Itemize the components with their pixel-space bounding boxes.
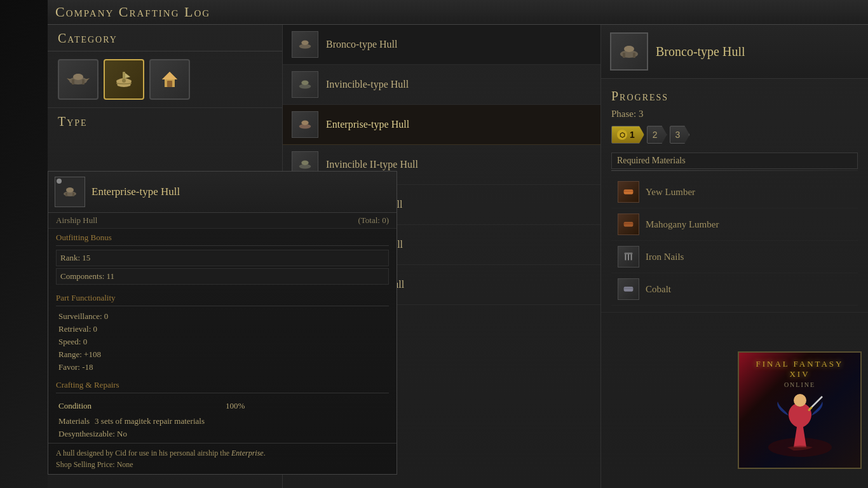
condition-value: 100% <box>223 400 389 412</box>
stat-speed: Speed: 0 <box>56 336 389 348</box>
iron-nails-icon <box>618 246 639 268</box>
svg-rect-27 <box>623 53 625 58</box>
content-area: Category <box>48 25 868 488</box>
promo-subtitle: ONLINE <box>784 381 815 388</box>
svg-rect-9 <box>65 193 67 196</box>
svg-rect-6 <box>167 81 172 87</box>
part-functionality-title: Part Functionality <box>56 293 389 303</box>
stat-surveillance: Surveillance: 0 <box>56 310 389 323</box>
phase-3-button[interactable]: 3 <box>670 126 690 144</box>
crafting-grid: Condition 100% <box>56 397 389 415</box>
stat-range: Range: +108 <box>56 348 389 361</box>
selected-item-name: Bronco-type Hull <box>656 44 745 59</box>
hull-item-enterprise[interactable]: Enterprise-type Hull <box>283 105 600 145</box>
svg-point-12 <box>301 40 308 44</box>
hull-icon-invincible <box>292 71 318 98</box>
outfitting-title: Outfitting Bonus <box>56 233 389 243</box>
required-materials-title: Required Materials <box>611 152 858 169</box>
yew-lumber-name: Yew Lumber <box>646 187 695 198</box>
category-airship-button[interactable] <box>58 59 98 100</box>
phase-buttons: ⬡ 1 2 3 <box>611 126 858 144</box>
svg-rect-2 <box>72 79 74 85</box>
type-header: Type <box>48 108 282 134</box>
hull-icon-bronco <box>292 31 318 58</box>
window-title: Company Crafting Log <box>48 0 868 25</box>
hull-icon-enterprise <box>292 111 318 138</box>
category-house-button[interactable] <box>149 59 190 100</box>
hull-item-invincible[interactable]: Invincible-type Hull <box>283 65 600 105</box>
outfitting-section: Outfitting Bonus Rank: 15 Components: 11 <box>48 229 397 289</box>
progress-title: Progress <box>611 89 858 104</box>
hull-name-invincible2: Invincible II-type Hull <box>326 159 418 170</box>
svg-rect-10 <box>72 193 74 196</box>
stat-favor: Favor: -18 <box>56 361 389 374</box>
svg-point-5 <box>122 79 126 83</box>
mahogany-lumber-name: Mahogany Lumber <box>646 219 719 230</box>
yew-lumber-icon <box>618 181 639 203</box>
svg-rect-32 <box>624 223 634 224</box>
materials-divider <box>611 170 858 171</box>
main-container: Company Crafting Log Category <box>48 0 868 488</box>
svg-point-8 <box>66 187 74 193</box>
material-mahogany-lumber: Mahogany Lumber <box>611 208 858 241</box>
svg-rect-3 <box>82 79 85 85</box>
promo-inner: FINAL FANTASY XIV ONLINE <box>739 353 860 468</box>
item-detail-header: Enterprise-type Hull <box>48 172 397 213</box>
svg-point-26 <box>624 46 634 52</box>
phase-2-label: 2 <box>653 130 658 140</box>
svg-point-1 <box>73 74 83 80</box>
selected-item-icon <box>610 32 648 71</box>
hull-name-bronco: Bronco-type Hull <box>326 39 397 50</box>
phase-2-button[interactable]: 2 <box>647 126 667 144</box>
materials-value: 3 sets of magitek repair materials <box>95 416 205 426</box>
item-total: (Total: 0) <box>358 215 389 226</box>
category-ship-button[interactable] <box>104 59 144 100</box>
cobalt-name: Cobalt <box>646 284 671 295</box>
crafting-title: Crafting & Repairs <box>56 380 389 390</box>
progress-section: Progress Phase: 3 ⬡ 1 2 3 Required Mater… <box>601 79 868 313</box>
phase-3-label: 3 <box>675 130 681 140</box>
part-functionality-section: Part Functionality Surveillance: 0 Retri… <box>48 289 397 376</box>
category-header: Category <box>48 25 282 51</box>
material-iron-nails: Iron Nails <box>611 241 858 273</box>
item-description: A hull designed by Cid for use in his pe… <box>48 443 397 474</box>
condition-label: Condition <box>56 400 222 412</box>
selected-item-header: Bronco-type Hull <box>601 25 868 79</box>
rank-row: Rank: 15 <box>56 250 389 266</box>
desynthesizable: Desynthesizable: No <box>56 428 389 440</box>
hull-name-enterprise: Enterprise-type Hull <box>326 119 409 130</box>
components-row: Components: 11 <box>56 268 389 285</box>
phase-1-icon: ⬡ <box>617 130 627 140</box>
svg-rect-38 <box>624 288 634 289</box>
mahogany-lumber-icon <box>618 214 639 235</box>
materials-label: Materials <box>58 416 90 426</box>
iron-nails-name: Iron Nails <box>646 252 684 262</box>
phase-1-button[interactable]: ⬡ 1 <box>611 126 644 144</box>
crafting-section: Crafting & Repairs Condition 100% Materi… <box>48 376 397 443</box>
item-detail-name-area: Enterprise-type Hull <box>92 186 180 198</box>
left-panel: Category <box>48 25 283 488</box>
shop-price: Shop Selling Price: None <box>56 460 133 469</box>
svg-point-16 <box>301 120 308 125</box>
svg-point-40 <box>794 394 806 407</box>
item-icon <box>55 177 85 207</box>
phase-1-label: 1 <box>630 130 635 140</box>
hull-item-bronco[interactable]: Bronco-type Hull <box>283 25 600 65</box>
category-icons <box>48 51 282 108</box>
stat-retrieval: Retrieval: 0 <box>56 323 389 336</box>
svg-point-18 <box>301 160 308 165</box>
item-detail-panel: Enterprise-type Hull Airship Hull (Total… <box>48 171 397 475</box>
material-cobalt: Cobalt <box>611 273 858 306</box>
svg-rect-28 <box>633 53 635 58</box>
material-yew-lumber: Yew Lumber <box>611 176 858 208</box>
item-subtitle: Airship Hull <box>56 215 97 226</box>
svg-rect-36 <box>625 253 633 255</box>
promo-title: FINAL FANTASY XIV <box>745 359 854 379</box>
phase-label: Phase: 3 <box>611 109 858 119</box>
svg-rect-30 <box>624 191 634 192</box>
cobalt-icon <box>618 278 639 300</box>
promo-box: FINAL FANTASY XIV ONLINE <box>738 351 862 469</box>
promo-figure <box>745 388 854 461</box>
item-detail-name: Enterprise-type Hull <box>92 186 180 198</box>
hull-name-invincible: Invincible-type Hull <box>326 79 409 90</box>
